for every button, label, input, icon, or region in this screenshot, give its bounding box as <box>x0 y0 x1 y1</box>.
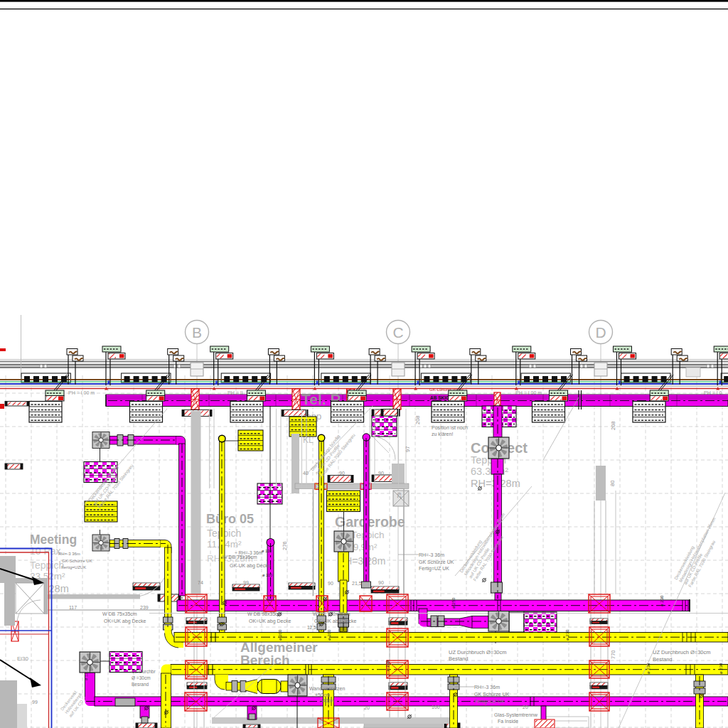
svg-text:208: 208 <box>414 415 421 424</box>
svg-text:90: 90 <box>378 471 384 476</box>
svg-text:OK=UK abg Decke: OK=UK abg Decke <box>249 619 291 624</box>
svg-text:Fa Inside: Fa Inside <box>498 719 518 724</box>
svg-text:12,5: 12,5 <box>307 625 316 630</box>
svg-text:ø 200: ø 200 <box>327 629 331 641</box>
svg-text:UZ Durchbr: UZ Durchbr <box>132 669 156 674</box>
svg-text:770: 770 <box>610 650 616 659</box>
svg-text:C: C <box>392 324 403 341</box>
svg-text:PH = I 00 m: PH = I 00 m <box>68 390 95 395</box>
svg-text:Fertig=UZ UK: Fertig=UZ UK <box>419 566 449 572</box>
svg-text:UZ Durchbruch Ø=30cm: UZ Durchbruch Ø=30cm <box>449 649 507 655</box>
svg-text:100: 100 <box>432 705 440 710</box>
svg-text:Meeting: Meeting <box>30 532 77 547</box>
svg-text:Glas-Systemtrennw: Glas-Systemtrennw <box>494 712 538 718</box>
svg-text:239: 239 <box>140 605 149 610</box>
svg-text:Garderobe: Garderobe <box>335 514 405 530</box>
svg-text:GK-UK abg Decke: GK-UK abg Decke <box>230 563 271 569</box>
svg-text:Wand versetzen: Wand versetzen <box>309 686 345 691</box>
svg-text:29: 29 <box>396 493 402 498</box>
svg-text:99: 99 <box>243 580 249 585</box>
svg-text:-240cm: -240cm <box>318 698 334 703</box>
svg-text:ø 230: ø 230 <box>385 660 390 671</box>
svg-text:276: 276 <box>282 541 288 550</box>
svg-text:117: 117 <box>69 605 77 610</box>
svg-text:GK Schürze UK: GK Schürze UK <box>474 692 510 697</box>
svg-text:Bestand: Bestand <box>653 656 673 663</box>
svg-text:Besrand: Besrand <box>132 682 149 687</box>
svg-text:10 Pax: 10 Pax <box>30 545 61 557</box>
svg-text:D: D <box>595 324 606 341</box>
svg-text:90: 90 <box>339 471 345 476</box>
svg-text:GK-Schürze UK: GK-Schürze UK <box>62 559 92 563</box>
svg-text:208: 208 <box>610 421 616 430</box>
svg-text:GK Schürze UK: GK Schürze UK <box>419 560 454 564</box>
svg-text:Position ist noch: Position ist noch <box>432 425 468 430</box>
svg-text:W DB 75x35cm: W DB 75x35cm <box>102 611 137 616</box>
svg-text:97: 97 <box>405 446 411 452</box>
svg-text:ø 250: ø 250 <box>451 597 456 609</box>
svg-text:ø 230: ø 230 <box>565 629 569 641</box>
svg-text:W DB 98x35cm: W DB 98x35cm <box>247 611 282 616</box>
svg-text:W DB 75x35cm: W DB 75x35cm <box>223 555 257 560</box>
svg-text:20: 20 <box>523 705 528 710</box>
svg-text:Teppich: Teppich <box>30 560 64 571</box>
svg-text:Bestand: Bestand <box>449 655 469 662</box>
svg-text:Büro 05: Büro 05 <box>206 512 254 526</box>
svg-text:Ø =30cm: Ø =30cm <box>132 675 151 680</box>
svg-text:21,5: 21,5 <box>352 581 362 586</box>
svg-text:ø 230: ø 230 <box>719 663 723 674</box>
svg-text:Fertig=UZ UK: Fertig=UZ UK <box>474 699 505 705</box>
svg-text:90: 90 <box>328 581 333 586</box>
svg-text:B: B <box>192 324 202 341</box>
svg-text:+50cm: +50cm <box>315 692 330 697</box>
svg-text:Ei30: Ei30 <box>17 655 29 662</box>
svg-text:99: 99 <box>32 700 38 705</box>
svg-text:RH=-3 36m: RH=-3 36m <box>474 685 500 690</box>
svg-text:OK=UK abg Decke: OK=UK abg Decke <box>104 619 146 624</box>
svg-text:80: 80 <box>609 481 616 486</box>
svg-text:ø 230: ø 230 <box>646 663 651 674</box>
svg-text:74: 74 <box>198 580 203 585</box>
svg-text:ø 230: ø 230 <box>660 595 664 606</box>
svg-text:ø 100: ø 100 <box>262 549 272 553</box>
svg-text:UZ Durchbruch Ø=30cm: UZ Durchbruch Ø=30cm <box>653 649 711 655</box>
svg-text:Fertig=UZUK: Fertig=UZUK <box>61 565 86 569</box>
svg-text:20: 20 <box>364 705 370 710</box>
svg-text:zu klären!: zu klären! <box>432 432 453 437</box>
svg-text:ø 100: ø 100 <box>262 573 272 577</box>
svg-text:OK=UK abg Decke: OK=UK abg Decke <box>314 619 356 624</box>
svg-text:90: 90 <box>378 580 384 585</box>
svg-text:RH=-3 36m: RH=-3 36m <box>58 552 80 556</box>
svg-text:RH=-3 36m: RH=-3 36m <box>419 552 444 557</box>
svg-text:ø 200: ø 200 <box>278 629 282 641</box>
